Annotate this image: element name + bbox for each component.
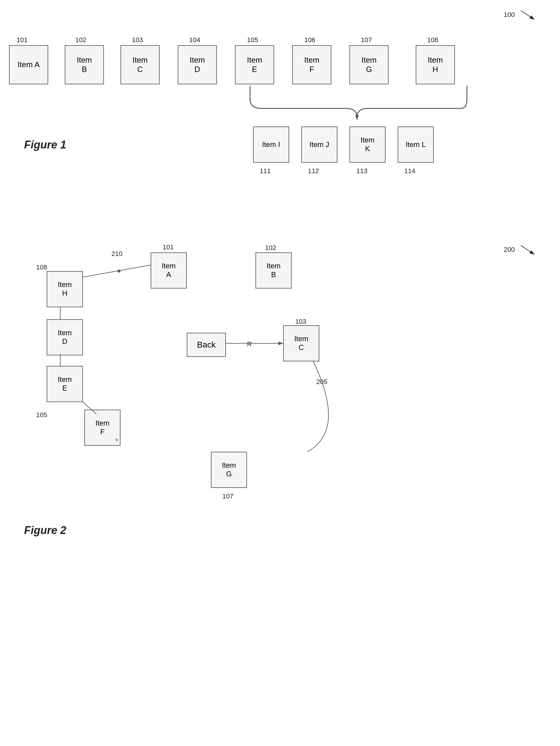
label-103: 103 [132,36,143,44]
item-G: ItemG [349,45,389,84]
f2-label-105: 105 [36,411,47,419]
plus-icon: + [115,436,119,444]
brace-connector [247,84,467,120]
label-112: 112 [308,167,319,175]
f2-item-F: ItemF + [84,410,120,446]
item-H: ItemH [416,45,455,84]
f2-item-H: ItemH [47,271,83,307]
item-E: ItemE [235,45,274,84]
svg-line-5 [521,246,534,255]
item-L: Item L [398,126,434,163]
label-210: 210 [111,250,122,258]
label-107: 107 [361,36,372,44]
label-105: 105 [247,36,258,44]
f2-label-108: 108 [36,263,47,271]
f2-item-G: ItemG [211,452,247,488]
f2-label-102: 102 [265,244,276,252]
f2-label-107: 107 [222,492,233,500]
svg-line-1 [521,10,534,20]
item-D: ItemD [178,45,217,84]
f2-item-D: ItemD [47,319,83,355]
f2-label-101: 101 [163,243,174,251]
f2-item-A: ItemA [150,252,187,289]
label-106: 106 [304,36,315,44]
item-J: Item J [301,126,337,163]
f2-label-103: 103 [295,318,306,325]
item-F: ItemF [292,45,331,84]
f2-label-205: 205 [316,378,328,386]
figure2-label: Figure 2 [24,524,66,537]
label-101: 101 [17,36,28,44]
ref-200: 200 [504,244,536,256]
label-113: 113 [356,167,367,175]
label-108: 108 [427,36,438,44]
f2-item-E: ItemE [47,366,83,402]
label-111: 111 [260,167,271,175]
svg-line-6 [83,265,150,277]
r-label: R [247,340,252,348]
label-104: 104 [189,36,200,44]
item-I: Item I [253,126,289,163]
f2-item-B: ItemB [255,252,291,289]
item-A: Item A [9,45,48,84]
item-K: ItemK [349,126,386,163]
ref-100: 100 [504,9,536,21]
f2-item-C: ItemC [283,325,319,362]
f2-back-button[interactable]: Back [187,333,226,357]
ref-100-label: 100 [504,11,515,18]
svg-point-7 [117,269,120,272]
item-B: ItemB [65,45,104,84]
page: 100 Item A 101 ItemB 102 ItemC 103 ItemD… [0,0,560,746]
item-C: ItemC [120,45,160,84]
figure1-label: Figure 1 [24,139,66,151]
label-114: 114 [404,167,415,175]
label-102: 102 [75,36,86,44]
